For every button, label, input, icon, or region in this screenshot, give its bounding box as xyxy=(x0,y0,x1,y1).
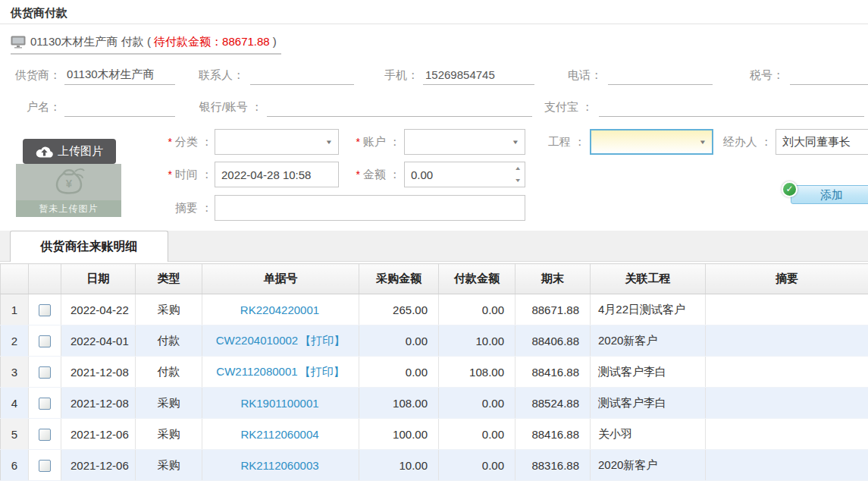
cell-purchase: 10.00 xyxy=(359,450,439,481)
row-number: 6 xyxy=(1,450,29,481)
alipay-input[interactable] xyxy=(599,97,864,115)
row-checkbox[interactable] xyxy=(39,398,51,410)
add-button[interactable]: 添加 xyxy=(791,185,868,204)
cell-payment: 0.00 xyxy=(439,419,515,450)
table-row: 4 2021-12-08 采购 RK1901100001 108.00 0.00… xyxy=(1,388,868,419)
header-payment: 付款金额 xyxy=(439,264,515,294)
cell-memo xyxy=(706,419,868,450)
amount-input[interactable] xyxy=(404,162,525,187)
bank-account-input[interactable] xyxy=(267,97,532,115)
spinner-up-icon[interactable]: ▲ xyxy=(508,162,527,174)
monitor-icon xyxy=(11,36,26,49)
cell-memo xyxy=(706,294,868,325)
row-checkbox[interactable] xyxy=(39,304,51,316)
contact-input[interactable] xyxy=(250,65,354,83)
cell-purchase: 100.00 xyxy=(359,419,439,450)
row-checkbox[interactable] xyxy=(39,429,51,441)
table-row: 2 2022-04-01 付款 CW2204010002【打印】 0.00 10… xyxy=(1,325,868,357)
memo-label: 摘要 ： xyxy=(148,195,212,221)
cell-memo xyxy=(706,357,868,388)
amount-label: *金额 ： xyxy=(340,162,400,187)
cell-type: 采购 xyxy=(136,450,202,481)
image-placeholder[interactable]: ¥ 暂未上传图片 xyxy=(16,164,121,217)
upload-button-label: 上传图片 xyxy=(58,144,103,159)
cell-project: 2020新客户 xyxy=(591,450,706,481)
contact-label: 联系人： xyxy=(188,67,244,85)
cell-purchase: 108.00 xyxy=(359,388,439,419)
header-date: 日期 xyxy=(61,264,136,294)
phone-input[interactable] xyxy=(608,65,713,83)
cell-project: 测试客户李白 xyxy=(591,357,706,388)
cloud-upload-icon xyxy=(36,146,53,158)
account-select[interactable]: ▼ xyxy=(404,129,525,155)
doc-link[interactable]: RK2112060004 xyxy=(240,428,318,441)
phone-field-wrap xyxy=(608,65,713,85)
row-checkbox[interactable] xyxy=(39,460,51,472)
account-name-field-wrap xyxy=(64,97,175,117)
cell-balance: 88671.88 xyxy=(515,294,591,325)
account-label: *账户 ： xyxy=(340,129,400,155)
supplier-field-wrap xyxy=(64,65,175,85)
cell-project: 关小羽 xyxy=(591,419,706,450)
category-select[interactable]: ▼ xyxy=(215,129,339,155)
cell-payment: 108.00 xyxy=(439,357,515,388)
cell-date: 2021-12-08 xyxy=(61,388,136,419)
print-link[interactable]: 【打印】 xyxy=(299,365,345,378)
alipay-field-wrap xyxy=(599,97,864,117)
cell-balance: 88524.88 xyxy=(515,388,591,419)
row-checkbox[interactable] xyxy=(39,366,51,379)
tax-no-input[interactable] xyxy=(790,65,868,83)
time-label: *时间 ： xyxy=(148,162,212,187)
mobile-input[interactable] xyxy=(423,65,534,83)
cell-date: 2021-12-08 xyxy=(61,357,136,388)
bank-account-label: 银行/账号 ： xyxy=(188,99,262,117)
supplier-payment-page: 供货商付款 01130木材生产商 付款 ( 待付款金额：88671.88 ) 供… xyxy=(0,0,868,481)
tab-strip: 供货商往来账明细 xyxy=(0,231,868,262)
money-bag-icon: ¥ xyxy=(49,165,89,202)
project-select[interactable]: ▼ xyxy=(590,129,713,155)
spinner-down-icon[interactable]: ▼ xyxy=(508,174,527,187)
header-purchase: 采购金额 xyxy=(359,264,439,294)
supplier-input[interactable] xyxy=(64,65,175,83)
tax-no-field-wrap xyxy=(790,65,868,85)
time-input[interactable] xyxy=(215,162,339,187)
check-circle-icon[interactable]: ✓ xyxy=(782,181,797,197)
doc-link[interactable]: RK2112060003 xyxy=(240,459,318,472)
cell-type: 付款 xyxy=(136,357,202,388)
contact-field-wrap xyxy=(250,65,354,85)
cell-payment: 0.00 xyxy=(439,388,515,419)
cell-type: 采购 xyxy=(136,419,202,450)
header-memo: 摘要 xyxy=(706,264,868,294)
required-marker: * xyxy=(168,136,171,148)
project-label: 工程 ： xyxy=(538,129,585,155)
row-number: 3 xyxy=(1,357,29,388)
doc-link[interactable]: CW2112080001 xyxy=(216,365,297,378)
cell-memo xyxy=(706,450,868,481)
cell-payment: 10.00 xyxy=(439,325,515,357)
memo-input[interactable] xyxy=(215,195,525,221)
cell-type: 采购 xyxy=(136,388,202,419)
account-name-input[interactable] xyxy=(64,97,175,115)
chevron-down-icon: ▼ xyxy=(325,139,333,146)
divider xyxy=(0,24,868,24)
tab-supplier-account-detail[interactable]: 供货商往来账明细 xyxy=(10,231,168,262)
alipay-label: 支付宝 ： xyxy=(535,99,593,117)
header-row-number xyxy=(1,264,29,294)
doc-link[interactable]: RK2204220001 xyxy=(240,303,319,316)
doc-link[interactable]: CW2204010002 xyxy=(216,334,298,347)
cell-date: 2022-04-22 xyxy=(61,294,136,325)
doc-link[interactable]: RK1901100001 xyxy=(240,397,318,410)
table-row: 3 2021-12-08 付款 CW2112080001【打印】 0.00 10… xyxy=(1,357,868,388)
chevron-down-icon: ▼ xyxy=(512,139,519,146)
cell-payment: 0.00 xyxy=(439,450,515,481)
row-checkbox[interactable] xyxy=(39,335,51,347)
upload-image-button[interactable]: 上传图片 xyxy=(23,139,116,164)
svg-text:¥: ¥ xyxy=(65,177,72,190)
agent-input[interactable] xyxy=(776,129,868,155)
print-link[interactable]: 【打印】 xyxy=(299,334,345,347)
header-balance: 期末 xyxy=(515,264,591,294)
cell-purchase: 0.00 xyxy=(359,325,439,357)
mobile-field-wrap xyxy=(423,65,534,85)
category-label: *分类 ： xyxy=(148,129,212,155)
agent-label: 经办人 ： xyxy=(711,129,772,155)
